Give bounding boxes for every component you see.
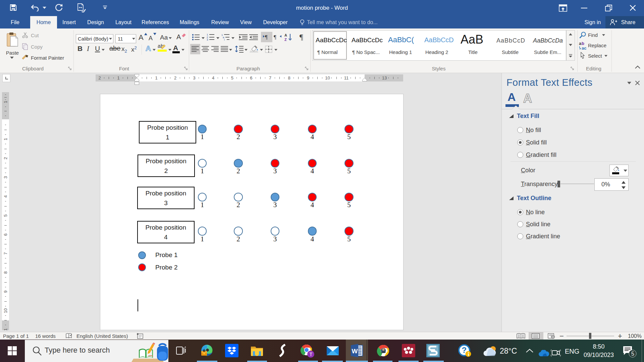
svg-text:Z: Z	[284, 38, 287, 41]
svg-text:¶: ¶	[274, 34, 276, 40]
svg-text:ac: ac	[582, 46, 586, 50]
svg-text:5: 5	[631, 351, 634, 357]
svg-text:A: A	[284, 33, 287, 37]
svg-text:3: 3	[207, 38, 208, 41]
svg-text:T: T	[310, 352, 313, 357]
svg-text:i: i	[224, 38, 225, 41]
svg-text:¶: ¶	[265, 34, 268, 40]
svg-text:W: W	[352, 348, 358, 355]
svg-text:A: A	[523, 92, 532, 105]
svg-text:a: a	[579, 42, 582, 46]
